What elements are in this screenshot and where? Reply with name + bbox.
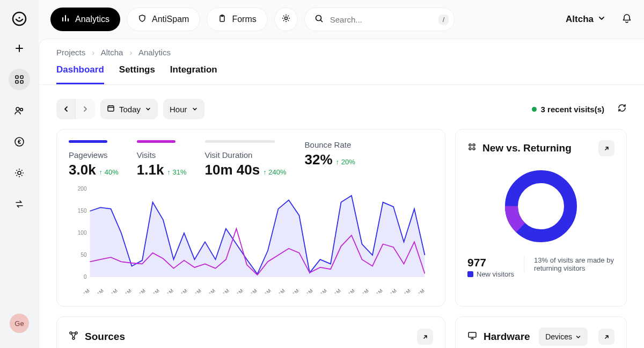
devices-label: Devices xyxy=(545,332,572,341)
expand-button[interactable] xyxy=(598,329,614,345)
clipboard-icon xyxy=(218,14,226,25)
svg-text:12AM: 12AM xyxy=(273,288,286,293)
nav-analytics-label: Analytics xyxy=(75,15,109,24)
date-range-label: Today xyxy=(119,105,141,114)
svg-point-1 xyxy=(18,17,20,18)
svg-point-48 xyxy=(469,148,471,150)
app-logo xyxy=(10,10,28,28)
svg-text:12AM: 12AM xyxy=(162,288,174,293)
svg-text:12AM: 12AM xyxy=(92,288,105,293)
chevron-down-icon xyxy=(145,105,151,114)
svg-text:12AM: 12AM xyxy=(329,288,342,293)
svg-point-53 xyxy=(75,332,77,334)
metric-label: Pageviews xyxy=(69,150,119,160)
metric-delta: ↑ 20% xyxy=(336,158,355,166)
new-visitors-label: New visitors xyxy=(477,270,514,278)
svg-text:12AM: 12AM xyxy=(259,288,272,293)
svg-rect-2 xyxy=(16,76,18,78)
svg-rect-4 xyxy=(16,81,18,83)
calendar-icon xyxy=(107,104,115,114)
rail-billing[interactable]: € xyxy=(9,131,30,153)
card-title: Sources xyxy=(85,331,125,343)
metric-pageviews[interactable]: Pageviews 3.0k↑ 40% xyxy=(69,140,119,178)
svg-text:150: 150 xyxy=(78,208,87,214)
rail-dashboard[interactable] xyxy=(9,69,30,90)
expand-button[interactable] xyxy=(417,329,433,345)
hardware-card: Hardware Devices xyxy=(455,316,627,348)
chart-icon xyxy=(61,14,70,25)
svg-point-10 xyxy=(18,171,21,175)
date-range-selector[interactable]: Today xyxy=(100,99,158,119)
crumb-altcha[interactable]: Altcha xyxy=(101,48,123,57)
live-status: 3 recent visits(s) xyxy=(532,105,604,114)
search-icon xyxy=(314,14,324,25)
account-name: Altcha xyxy=(566,14,594,25)
svg-point-49 xyxy=(473,148,475,150)
metric-value: 1.1k xyxy=(137,162,164,178)
side-rail: € Ge xyxy=(0,0,39,348)
monitor-icon xyxy=(467,331,477,343)
account-menu[interactable]: Altcha xyxy=(566,14,605,25)
settings-button[interactable] xyxy=(274,8,298,31)
svg-rect-55 xyxy=(469,332,476,337)
search-box[interactable]: / xyxy=(304,8,455,31)
svg-point-7 xyxy=(20,108,23,111)
refresh-button[interactable] xyxy=(617,103,627,115)
network-icon xyxy=(69,331,78,343)
breadcrumb: Projects › Altcha › Analytics xyxy=(39,39,644,57)
metric-delta: ↑ 240% xyxy=(263,168,286,176)
svg-text:12AM: 12AM xyxy=(245,288,258,293)
nav-analytics[interactable]: Analytics xyxy=(50,8,120,31)
svg-text:12AM: 12AM xyxy=(413,288,426,293)
new-returning-card: New vs. Returning 977 New visitors 13% o… xyxy=(455,129,627,307)
svg-text:12AM: 12AM xyxy=(399,288,412,293)
metric-delta: ↑ 31% xyxy=(167,168,186,176)
svg-text:12AM: 12AM xyxy=(217,288,230,293)
tab-integration[interactable]: Integration xyxy=(170,64,217,84)
metric-duration[interactable]: Visit Duration 10m 40s↑ 240% xyxy=(205,140,287,178)
nav-forms[interactable]: Forms xyxy=(207,8,267,31)
svg-rect-15 xyxy=(108,106,114,111)
nav-antispam[interactable]: AntiSpam xyxy=(127,8,200,31)
metrics-card: Pageviews 3.0k↑ 40% Visits 1.1k↑ 31% Vis… xyxy=(56,129,445,307)
rail-add[interactable] xyxy=(9,38,30,59)
svg-point-0 xyxy=(13,12,26,25)
crumb-projects[interactable]: Projects xyxy=(56,48,85,57)
rail-settings[interactable] xyxy=(9,162,30,184)
rail-transfer[interactable] xyxy=(9,193,30,215)
svg-text:0: 0 xyxy=(84,274,87,280)
gear-icon xyxy=(281,13,291,25)
avatar[interactable]: Ge xyxy=(10,314,29,333)
svg-text:12AM: 12AM xyxy=(315,288,328,293)
svg-text:12AM: 12AM xyxy=(106,288,119,293)
svg-text:12AM: 12AM xyxy=(134,288,147,293)
svg-rect-3 xyxy=(20,76,23,78)
tab-dashboard[interactable]: Dashboard xyxy=(56,64,104,84)
svg-text:€: € xyxy=(18,139,21,145)
metric-visits[interactable]: Visits 1.1k↑ 31% xyxy=(137,140,187,178)
svg-text:100: 100 xyxy=(78,230,87,236)
devices-selector[interactable]: Devices xyxy=(539,328,588,346)
expand-button[interactable] xyxy=(598,140,614,156)
metric-value: 32% xyxy=(305,151,333,168)
tab-settings[interactable]: Settings xyxy=(119,64,155,84)
prev-range[interactable] xyxy=(56,99,76,119)
metric-bounce[interactable]: Bounce Rate 32%↑ 20% xyxy=(305,140,355,178)
search-input[interactable] xyxy=(330,15,432,24)
traffic-chart: 05010015020012AM12AM12AM12AM12AM12AM12AM… xyxy=(69,186,433,295)
next-range[interactable] xyxy=(76,99,95,119)
svg-text:200: 200 xyxy=(78,186,87,192)
new-visitors-count: 977 xyxy=(467,256,514,269)
granularity-selector[interactable]: Hour xyxy=(163,99,204,119)
svg-text:12AM: 12AM xyxy=(371,288,384,293)
rail-users[interactable] xyxy=(9,100,30,121)
metric-value: 3.0k xyxy=(69,162,96,178)
status-dot-icon xyxy=(532,107,537,112)
topbar: Analytics AntiSpam Forms / Altcha xyxy=(39,0,644,39)
crumb-analytics[interactable]: Analytics xyxy=(138,48,171,57)
chevron-down-icon xyxy=(192,105,198,114)
svg-text:12AM: 12AM xyxy=(78,288,91,293)
status-text: 3 recent visits(s) xyxy=(541,105,604,114)
notifications-button[interactable] xyxy=(621,13,632,26)
svg-text:12AM: 12AM xyxy=(203,288,216,293)
